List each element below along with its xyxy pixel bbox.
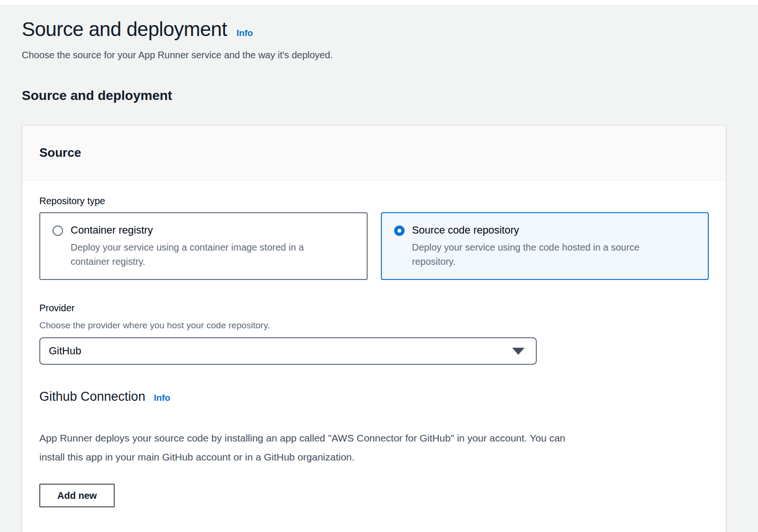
page: Source and deployment Info Choose the so… bbox=[0, 0, 758, 532]
source-panel: Source Repository type Container registr… bbox=[22, 125, 726, 532]
tile-description: Deploy your service using the code hoste… bbox=[412, 240, 685, 269]
provider-description: Choose the provider where you host your … bbox=[39, 319, 709, 332]
github-connection-info-link[interactable]: Info bbox=[154, 393, 171, 403]
github-connection-heading-row: Github Connection Info bbox=[39, 389, 709, 404]
page-title: Source and deployment bbox=[22, 18, 227, 41]
repository-type-label: Repository type bbox=[39, 196, 709, 207]
repository-type-tile-group: Container registry Deploy your service u… bbox=[39, 212, 709, 280]
provider-select[interactable]: GitHub bbox=[39, 337, 537, 365]
tile-label: Container registry bbox=[71, 224, 343, 237]
source-panel-body: Repository type Container registry Deplo… bbox=[22, 180, 726, 530]
provider-select-value: GitHub bbox=[49, 345, 81, 357]
tile-label: Source code repository bbox=[412, 224, 685, 237]
provider-label: Provider bbox=[39, 303, 709, 314]
source-panel-header: Source bbox=[22, 126, 726, 180]
page-title-row: Source and deployment Info bbox=[22, 5, 726, 41]
main-content: Source and deployment Info Choose the so… bbox=[0, 5, 758, 532]
github-connection-description-line1: App Runner deploys your source code by i… bbox=[39, 433, 565, 443]
tile-description: Deploy your service using a container im… bbox=[71, 240, 343, 269]
source-panel-title: Source bbox=[39, 145, 709, 160]
tile-texts: Source code repository Deploy your servi… bbox=[412, 224, 685, 269]
github-connection-description: App Runner deploys your source code by i… bbox=[39, 429, 698, 467]
github-connection-heading: Github Connection bbox=[39, 389, 145, 404]
add-new-button[interactable]: Add new bbox=[39, 484, 115, 507]
github-connection-description-line2: install this app in your main GitHub acc… bbox=[39, 451, 354, 462]
caret-down-icon bbox=[512, 348, 524, 355]
page-subtitle: Choose the source for your App Runner se… bbox=[22, 48, 726, 62]
top-strip bbox=[0, 0, 758, 5]
section-heading: Source and deployment bbox=[22, 88, 726, 103]
tile-container-registry[interactable]: Container registry Deploy your service u… bbox=[39, 212, 368, 280]
page-title-info-link[interactable]: Info bbox=[236, 28, 253, 38]
radio-selected-icon[interactable] bbox=[394, 225, 405, 236]
radio-unselected-icon[interactable] bbox=[53, 225, 63, 236]
tile-texts: Container registry Deploy your service u… bbox=[71, 224, 343, 269]
tile-source-code-repository[interactable]: Source code repository Deploy your servi… bbox=[381, 212, 709, 280]
